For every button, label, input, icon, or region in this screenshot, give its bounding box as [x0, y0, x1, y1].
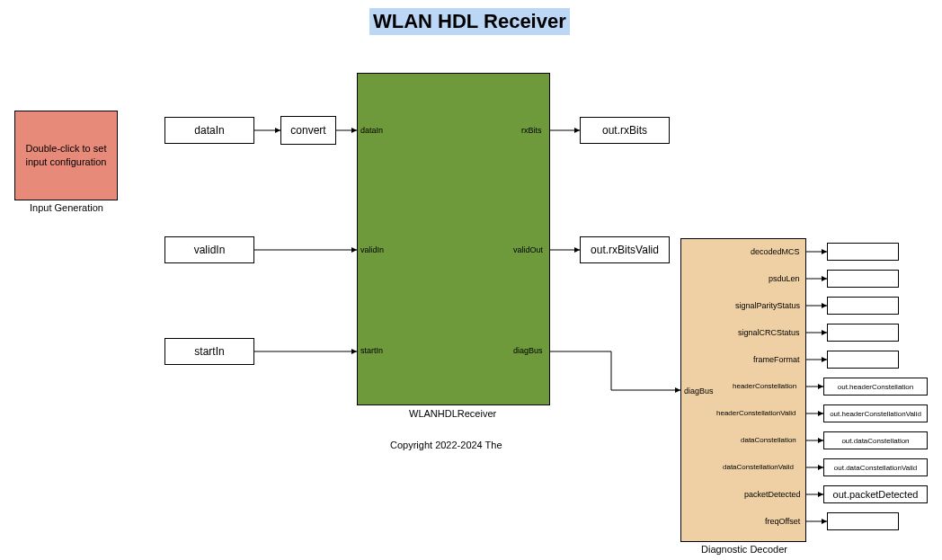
goto-rxBitsValid[interactable]: out.rxBitsValid	[580, 236, 670, 263]
diag-port-decodedMCS: decodedMCS	[751, 247, 800, 256]
diag-port-headerConstellationValid: headerConstellationValid	[716, 409, 795, 417]
convert-block[interactable]: convert	[280, 116, 336, 145]
wlanhdlreceiver-label: WLANHDLReceiver	[409, 408, 496, 419]
diag-port-signalParityStatus: signalParityStatus	[735, 301, 800, 310]
diag-port-signalCRCStatus: signalCRCStatus	[738, 328, 800, 337]
diagram-title: WLAN HDL Receiver	[369, 8, 570, 35]
diag-port-in-diagBus: diagBus	[684, 387, 714, 396]
goto-dataConstellationValid[interactable]: out.dataConstellationValid	[823, 458, 928, 476]
display-psduLen[interactable]	[827, 270, 899, 288]
goto-packetDetected[interactable]: out.packetDetected	[823, 485, 928, 503]
display-freqOffset[interactable]	[827, 512, 899, 530]
goto-headerConstellationValid[interactable]: out.headerConstellationValid	[823, 404, 928, 422]
input-generation-label: Input Generation	[30, 202, 103, 213]
input-generation-block[interactable]: Double-click to set input configuration	[14, 111, 118, 200]
diag-port-dataConstellationValid: dataConstellationValid	[723, 463, 794, 471]
goto-dataConstellation[interactable]: out.dataConstellation	[823, 431, 928, 449]
from-startIn[interactable]: startIn	[164, 338, 254, 365]
display-signalCRCStatus[interactable]	[827, 324, 899, 342]
diag-port-headerConstellation: headerConstellation	[733, 382, 796, 390]
display-decodedMCS[interactable]	[827, 243, 899, 261]
from-dataIn[interactable]: dataIn	[164, 117, 254, 144]
diag-port-frameFormat: frameFormat	[753, 355, 800, 364]
receiver-port-dataIn: dataIn	[360, 126, 383, 135]
wlanhdlreceiver-block[interactable]	[357, 73, 550, 405]
diag-port-dataConstellation: dataConstellation	[741, 436, 796, 444]
copyright: Copyright 2022-2024 The	[390, 440, 502, 450]
goto-headerConstellation[interactable]: out.headerConstellation	[823, 378, 928, 396]
display-signalParityStatus[interactable]	[827, 297, 899, 315]
goto-rxBits[interactable]: out.rxBits	[580, 117, 670, 144]
receiver-port-validOut: validOut	[513, 245, 543, 254]
receiver-port-validIn: validIn	[360, 245, 384, 254]
receiver-port-diagBus: diagBus	[513, 346, 543, 355]
receiver-port-startIn: startIn	[360, 346, 383, 355]
diagnostic-decoder-label: Diagnostic Decoder	[701, 544, 787, 555]
from-validIn[interactable]: validIn	[164, 236, 254, 263]
display-frameFormat[interactable]	[827, 351, 899, 369]
receiver-port-rxBits: rxBits	[521, 126, 542, 135]
diag-port-psduLen: psduLen	[769, 274, 800, 283]
diag-port-packetDetected: packetDetected	[744, 490, 801, 499]
diag-port-freqOffset: freqOffset	[765, 517, 800, 526]
